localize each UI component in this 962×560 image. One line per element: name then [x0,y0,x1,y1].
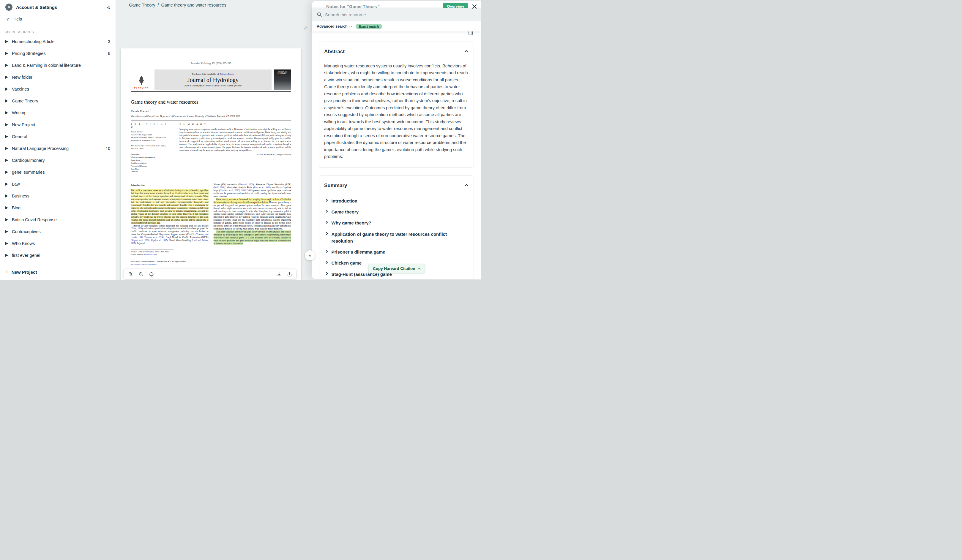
sidebar-item[interactable]: Vaccines [0,83,116,95]
avatar: A [5,3,13,11]
sidebar-item[interactable]: Cardiopulmonary [0,154,116,166]
folder-expand-icon[interactable] [5,100,8,103]
search-bar[interactable] [312,8,481,21]
sidebar-item[interactable]: New Project [0,119,116,130]
sidebar-item[interactable]: British Covid Response [0,214,116,226]
folder-expand-icon[interactable] [5,52,8,55]
chevron-up-icon [418,268,420,270]
copy-harvard-citation-button[interactable]: Copy Harvard Citation [368,264,425,274]
folder-expand-icon[interactable] [5,40,8,43]
summary-heading: Summary [324,183,464,188]
sciencedirect-link[interactable]: ScienceDirect [220,73,234,76]
sidebar-item[interactable]: Writing [0,107,116,119]
summary-section-item[interactable]: Introduction [324,195,469,206]
exact-match-chip[interactable]: Exact match [356,24,383,29]
close-icon[interactable] [472,4,478,10]
folder-expand-icon[interactable] [5,88,8,90]
download-icon[interactable] [276,271,282,277]
advanced-search-toggle[interactable]: Advanced search [317,24,352,29]
sidebar-item[interactable]: Land & Farming in colonial literature [0,60,116,71]
sidebar-item[interactable]: General [0,130,116,143]
sidebar-item[interactable]: first ever genei [0,249,116,261]
folder-expand-icon[interactable] [5,183,8,185]
sidebar-item-label: General [12,134,27,139]
sidebar-item-label: Blog [12,206,21,210]
link-icon[interactable] [303,26,308,31]
chevron-right-icon [325,232,328,235]
help-label: Help [13,17,22,21]
breadcrumb-document: Game theory and water resources [161,3,226,7]
zoom-in-icon[interactable] [128,271,133,277]
history-line: Received 31 August 2009 [131,134,171,137]
folder-expand-icon[interactable] [5,135,8,138]
folder-expand-icon[interactable] [5,171,8,174]
pdf-toolbar [124,269,296,279]
folder-expand-icon[interactable] [5,230,8,233]
sidebar-item-label: Pricing Strategies [12,51,46,56]
sidebar-item[interactable]: Pricing Strategies 6 [0,48,116,60]
pdf-page: Journal of Hydrology 381 (2010) 225–238 … [121,48,301,280]
search-icon [317,12,322,17]
share-icon[interactable] [287,271,292,277]
sidebar-item[interactable]: Natural Language Processing 10 [0,143,116,154]
sidebar-item[interactable]: Business [0,190,116,202]
folder-expand-icon[interactable] [5,111,8,114]
summary-section-item[interactable]: Prisoner's dilemma game [324,246,469,257]
summary-text: Managing water resources systems usually… [179,128,291,152]
folder-expand-icon[interactable] [5,64,8,67]
summary-section-label: Chicken game [332,259,362,266]
folder-expand-icon[interactable] [5,123,8,126]
folder-expand-icon[interactable] [5,159,8,162]
search-input[interactable] [325,12,476,17]
collapse-sidebar-icon[interactable]: « [107,4,110,10]
sidebar-item[interactable]: New folder [0,71,116,83]
breadcrumb-folder[interactable]: Game Theory [129,3,155,7]
folder-expand-icon[interactable] [5,206,8,209]
summary-card-header[interactable]: Summary [324,182,469,190]
zoom-out-icon[interactable] [138,271,144,277]
summary-section-item[interactable]: Why game theory? [324,217,469,229]
abstract-card-header[interactable]: Abstract [324,48,469,56]
elsevier-tree-icon [137,76,146,86]
sidebar-item[interactable]: Contraceptives [0,226,116,238]
expand-panel-button[interactable]: » [305,250,315,261]
history-line: Accepted 26 November 2009 [131,139,171,142]
journal-homepage-line: journal homepage: www.elsevier.com/locat… [184,85,242,87]
summary-section-item[interactable]: Game theory [324,206,469,217]
sidebar-item-label: genei summaries [12,170,45,175]
sidebar-item[interactable]: Game Theory [0,95,116,107]
article-author: Kaveh Madani * [131,109,291,113]
sidebar-item[interactable]: Who Knows [0,238,116,249]
sidebar-item[interactable]: genei summaries [0,166,116,178]
sidebar-item-count: 6 [108,51,110,56]
journal-cover-thumbnail: JOURNAL OF HYDROLOGY [274,69,291,90]
contents-line: Contents lists available at ScienceDirec… [192,73,234,76]
history-lines: Received 31 August 2009Received in revis… [131,134,171,142]
sidebar-item[interactable]: Law [0,178,116,190]
folder-expand-icon[interactable] [5,218,8,221]
help-item[interactable]: ? Help [0,14,116,24]
search-overlay: Advanced search Exact match [312,8,481,32]
new-project-button[interactable]: + New Project [0,265,116,280]
sidebar-item[interactable]: Blog [0,202,116,214]
folder-expand-icon[interactable] [5,242,8,245]
sidebar-item-count: 3 [108,39,110,44]
sidebar-item-label: Natural Language Processing [12,146,69,151]
collapse-abstract-button[interactable] [464,48,469,56]
collapse-summary-button[interactable] [464,182,469,190]
account-settings[interactable]: A Account & Settings « [0,0,116,14]
email-link[interactable]: kaveh@ucr.edu [144,253,157,255]
notes-panel: Notes for "Game Theory" Overview Advance… [312,1,481,279]
fit-view-icon[interactable] [148,271,154,277]
account-settings-label: Account & Settings [16,5,103,10]
folder-expand-icon[interactable] [5,147,8,150]
sidebar-item[interactable]: Homeschooling Article 3 [0,35,116,48]
chevron-right-icon [325,199,328,201]
keyword: Game theory [131,159,171,162]
folder-expand-icon[interactable] [5,254,8,257]
folder-expand-icon[interactable] [5,76,8,79]
doi-link[interactable]: doi:10.1016/j.jhydrol.2009.11.045 [131,263,208,266]
folder-expand-icon[interactable] [5,195,8,198]
summary-section-item[interactable]: Application of game theory to water reso… [324,229,469,247]
journal-header: ELSEVIER Contents lists available at Sci… [131,69,291,90]
